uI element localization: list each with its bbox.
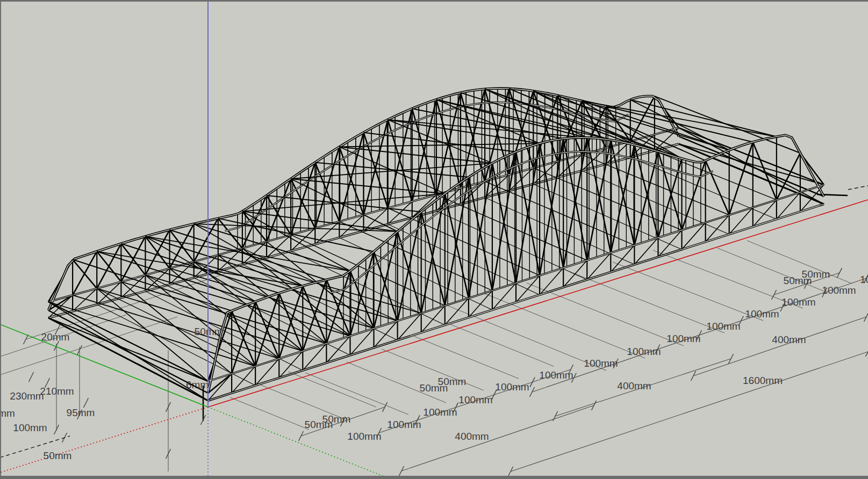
dimension-label: 400mm (772, 334, 806, 345)
dimension-label: 50mm (305, 419, 333, 430)
model-viewport[interactable]: 20mm50mm6mm230mm210mm95mm100mm50mmmm50mm… (0, 0, 868, 479)
dimension-label: 50mm (420, 382, 448, 394)
dimension-label: 100mm (495, 381, 529, 393)
dimension-label: 100mm (539, 369, 573, 381)
dimension-label: 100mm (706, 321, 740, 332)
bridge-wireframe (48, 89, 824, 401)
dimension-label: 100mm (13, 422, 47, 433)
dimension-label: 100mm (860, 274, 868, 285)
window-border-left (0, 0, 1, 479)
dimension-label: 20mm (41, 331, 70, 343)
dimension-labels-occluded: 20mm50mm6mm (41, 326, 223, 390)
dimension-label: 95mm (67, 407, 95, 418)
dimension-label: 100mm (387, 419, 421, 430)
dimension-label: 100mm (822, 285, 856, 296)
dimension-label: 100mm (423, 407, 457, 418)
dimension-label: 100mm (781, 296, 815, 308)
dimension-label: 400mm (455, 431, 489, 442)
dimension-label: 100mm (458, 394, 492, 405)
sketchup-3d-viewport-window: 20mm50mm6mm230mm210mm95mm100mm50mmmm50mm… (0, 0, 868, 479)
dimension-label: 100mm (627, 346, 661, 357)
dimension-label: 230mm (10, 390, 44, 402)
dimension-label: 100mm (584, 358, 618, 369)
dimension-label: 100mm (745, 308, 779, 320)
dimension-label: 400mm (617, 380, 651, 391)
dimension-label: 50mm (802, 268, 830, 280)
dimension-label: 100mm (347, 431, 381, 442)
dimension-label: 1600mm (743, 375, 783, 386)
dimension-label: 50mm (44, 450, 72, 461)
window-border-top (0, 0, 868, 2)
window-border-bottom (0, 476, 868, 479)
dimension-label: mm (0, 408, 15, 419)
dimension-labels: 230mm210mm95mm100mm50mmmm50mm50mm100mm40… (0, 268, 868, 461)
dimension-label: 100mm (666, 333, 700, 344)
dimension-label: 210mm (40, 386, 74, 397)
